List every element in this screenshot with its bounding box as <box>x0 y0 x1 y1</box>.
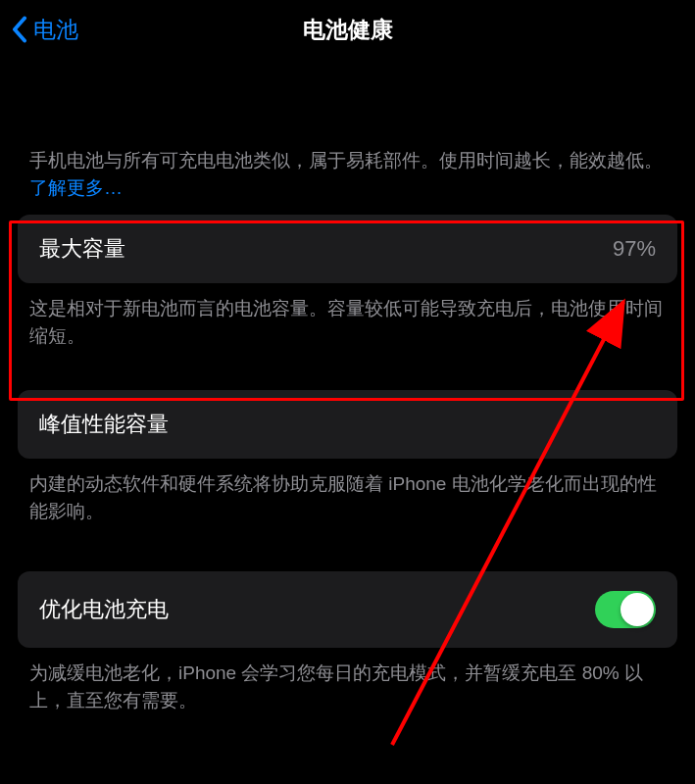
max-capacity-label: 最大容量 <box>39 234 125 264</box>
toggle-knob <box>621 593 654 626</box>
back-button[interactable]: 电池 <box>12 15 78 45</box>
page-title: 电池健康 <box>0 15 695 45</box>
max-capacity-value: 97% <box>613 236 656 262</box>
optimized-charging-section: 优化电池充电 为减缓电池老化，iPhone 会学习您每日的充电模式，并暂缓充电至… <box>18 571 677 713</box>
max-capacity-section: 最大容量 97% 这是相对于新电池而言的电池容量。容量较低可能导致充电后，电池使… <box>18 215 677 349</box>
optimized-charging-toggle[interactable] <box>595 591 656 628</box>
back-label: 电池 <box>33 15 78 45</box>
peak-performance-footer: 内建的动态软件和硬件系统将协助克服随着 iPhone 电池化学老化而出现的性能影… <box>18 459 677 524</box>
intro-description: 手机电池与所有可充电电池类似，属于易耗部件。使用时间越长，能效越低。了解更多… <box>18 147 677 215</box>
peak-performance-label: 峰值性能容量 <box>39 410 169 439</box>
peak-performance-cell[interactable]: 峰值性能容量 <box>18 390 677 459</box>
max-capacity-cell[interactable]: 最大容量 97% <box>18 215 677 283</box>
chevron-left-icon <box>12 16 27 43</box>
learn-more-link[interactable]: 了解更多… <box>29 177 123 198</box>
max-capacity-footer: 这是相对于新电池而言的电池容量。容量较低可能导致充电后，电池使用时间缩短。 <box>18 283 677 349</box>
optimized-charging-cell: 优化电池充电 <box>18 571 677 648</box>
intro-text: 手机电池与所有可充电电池类似，属于易耗部件。使用时间越长，能效越低。 <box>29 150 663 171</box>
optimized-charging-label: 优化电池充电 <box>39 595 169 624</box>
optimized-charging-footer: 为减缓电池老化，iPhone 会学习您每日的充电模式，并暂缓充电至 80% 以上… <box>18 648 677 713</box>
peak-performance-section: 峰值性能容量 内建的动态软件和硬件系统将协助克服随着 iPhone 电池化学老化… <box>18 390 677 524</box>
navigation-bar: 电池 电池健康 <box>0 0 695 59</box>
